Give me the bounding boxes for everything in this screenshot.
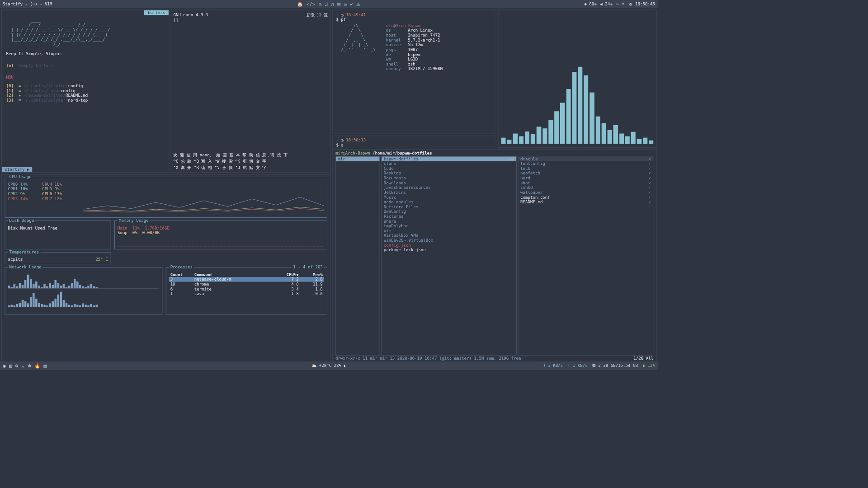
term-time: 16:50:13 — [346, 138, 366, 143]
mem-swap-pct: 0% — [132, 230, 137, 235]
file-item[interactable]: OwnConfig — [382, 209, 516, 214]
file-item[interactable]: JetBrains — [382, 190, 516, 195]
file-item[interactable]: WinDev20~.VirtualBox — [382, 238, 516, 243]
cpu-core: CPU7 12% — [42, 196, 76, 201]
mru-item[interactable]: [0] ≡ ~/.config/termite/config — [6, 84, 165, 89]
tray-icon[interactable]: ✉ — [344, 1, 347, 7]
file-item[interactable]: sxhkd✓ — [519, 185, 653, 190]
fetch-row: hostInspiron 7472 — [386, 33, 443, 38]
tray-icon[interactable]: </> — [307, 1, 315, 7]
file-item[interactable]: wallpaper✓ — [519, 190, 653, 195]
processes-box[interactable]: Processes 1 - 4 of 203 Count Command CPU… — [166, 267, 327, 315]
cava-bar — [548, 120, 553, 144]
file-item[interactable]: tmpPolybar — [382, 224, 516, 229]
file-item[interactable]: javasharedresources — [382, 185, 516, 190]
proc-col-count[interactable]: Count — [169, 272, 193, 277]
mru-item[interactable]: [2] ✦ ~/bspwm-dotfiles/README.md — [6, 93, 165, 98]
status-right: ✺ 80% ◀ 24% ▭ ᯤ ◷ 16:50:45 — [584, 2, 655, 7]
tray-icon[interactable]: ♫ — [325, 1, 328, 7]
vim-pane[interactable]: buffers ____ __ __/_ _/___ ___ ____ / /_… — [1, 9, 169, 173]
file-item[interactable]: Nutstore Files — [382, 204, 516, 209]
cpu-graph — [83, 182, 324, 212]
nano-pane[interactable]: GNU nano 4.9.3 新缓 冲 区 [] 欢 迎 使 用 nano。 如… — [170, 9, 330, 173]
cava-bar — [578, 67, 582, 144]
file-item[interactable]: fontconfig✓ — [519, 161, 653, 166]
fetch-row: shellzsh — [386, 61, 443, 66]
cava-bar — [513, 134, 518, 144]
cava-bar — [560, 103, 565, 144]
file-item[interactable]: lock✓ — [519, 166, 653, 171]
fetch-info: mir@Arch-BspwmosArch LinuxhostInspiron 7… — [386, 23, 443, 71]
file-item[interactable]: README.md✓ — [519, 200, 653, 205]
file-item[interactable]: node_modules — [382, 200, 516, 205]
process-row[interactable]: 6termite3.41.8 — [169, 286, 324, 291]
file-item[interactable]: Pictures — [382, 214, 516, 219]
vim-statusline: startify ▶ — [2, 167, 33, 172]
process-row[interactable]: 3netease-cloud-m7.22.8 — [169, 277, 324, 282]
cava-bar — [631, 132, 636, 144]
fetch-prompt: $ pf — [336, 17, 492, 22]
cava-bar — [531, 134, 535, 144]
memory-usage-box: Memory Usage Main 11% 1.7GB/16GB Swap 0%… — [114, 221, 327, 249]
tray-icon[interactable]: ▤ — [338, 1, 340, 7]
file-item[interactable]: VirtualBox VMs — [382, 233, 516, 238]
file-item[interactable]: shot✓ — [519, 180, 653, 185]
file-item[interactable]: clone — [382, 161, 516, 166]
mru-item[interactable]: [1] ≡ ~/.config/cava/config — [6, 89, 165, 94]
tray-icon[interactable]: ◎ — [319, 1, 321, 7]
tray-icon[interactable]: ⨹ — [356, 1, 360, 7]
file-item[interactable]: compton.conf✓ — [519, 195, 653, 200]
term-prompt[interactable]: $ ▯ — [336, 142, 492, 147]
tray-icon[interactable]: ⚙ — [15, 363, 18, 368]
ranger-col-current[interactable]: bspwm-dotfiles=✓cloneCodeDesktopDocument… — [381, 156, 516, 356]
ranger-col-preview[interactable]: dracula✓fontconfig✓lock✓neofetch✓nord✓sh… — [518, 156, 653, 356]
file-item[interactable]: mir — [336, 156, 380, 161]
tray-icon[interactable]: 🏠 — [297, 1, 303, 7]
tray-icon[interactable]: 🔥 — [34, 363, 40, 368]
tray-icon[interactable]: ◔ — [331, 1, 334, 7]
volume-indicator: ◀ 24% — [600, 2, 612, 7]
net-download: ⬇ 3 KB/s — [543, 363, 563, 368]
file-item[interactable]: config.json — [382, 243, 516, 248]
bottom-tray-icons[interactable]: ◉▥⚙☕❄🔥▤ — [3, 363, 47, 368]
mem-graph — [118, 237, 324, 247]
file-item[interactable]: Downloads — [382, 180, 516, 185]
tray-icon[interactable]: ▥ — [9, 363, 12, 368]
tray-icon[interactable]: ✔ — [350, 1, 353, 7]
proc-col-mem[interactable]: Mem% — [300, 272, 324, 277]
process-row[interactable]: 19chrome4.811.9 — [169, 282, 324, 287]
mem-main-pct: 11% — [132, 225, 140, 230]
tray-icon[interactable]: ☕ — [22, 363, 24, 368]
ranger-status-left: drwxr-xr-x 11 mir mir 13 2020-06-19 16:4… — [335, 356, 521, 361]
vim-tab-buffers[interactable]: buffers — [144, 10, 168, 15]
file-item[interactable]: vim — [382, 228, 516, 233]
file-item[interactable]: Music — [382, 195, 516, 200]
tray-icon[interactable]: ▤ — [43, 363, 46, 368]
cpu-core: CPU6 13% — [42, 192, 76, 197]
ranger-pane[interactable]: mir@Arch-Bspwm /home/mir/bspwm-dotfiles … — [332, 149, 656, 362]
file-item[interactable]: share — [382, 219, 516, 224]
pfetch-pane[interactable]: ~ ◷ 16:49:41 $ pf /\ / \ / \ / ,, \ / | … — [332, 9, 496, 134]
process-row[interactable]: 1cava1.80.0 — [169, 291, 324, 296]
file-item[interactable]: dracula✓ — [519, 156, 653, 161]
mru-item[interactable]: [3] ≡ ~/.config/polybar/nord-top — [6, 98, 165, 103]
file-item[interactable]: neofetch✓ — [519, 171, 653, 176]
vim-mru-label: MRU — [6, 75, 165, 80]
temp-sensor: acpitz — [8, 257, 23, 262]
file-item[interactable]: Documents — [382, 176, 516, 181]
proc-col-command[interactable]: Command — [193, 272, 276, 277]
file-item[interactable]: package-lock.json — [382, 248, 516, 253]
proc-col-cpu[interactable]: CPU%▼ — [276, 272, 300, 277]
file-item[interactable]: Code — [382, 166, 516, 171]
file-item[interactable]: nord✓ — [519, 176, 653, 181]
file-item[interactable]: Desktop — [382, 171, 516, 176]
tray-icon[interactable]: ◉ — [3, 363, 5, 368]
btm-monitor-pane[interactable]: CPU Usage CPU0 14%CPU4 10%CPU1 10%CPU5 9… — [1, 174, 330, 362]
tray-icon[interactable]: ❄ — [28, 363, 31, 368]
ranger-col-parent[interactable]: mir — [335, 156, 380, 356]
cpu-label: CPU Usage — [8, 174, 33, 179]
clock-icon: ◷ — [341, 12, 346, 17]
fetch-row: kernel5.7.2-arch1-1 — [386, 38, 443, 42]
nano-help-line2: ^G 求 助 ^O 写 入 ^W 搜 索 ^K 剪 切 文 字 — [173, 158, 328, 164]
file-item[interactable]: bspwm-dotfiles=✓ — [382, 156, 516, 161]
